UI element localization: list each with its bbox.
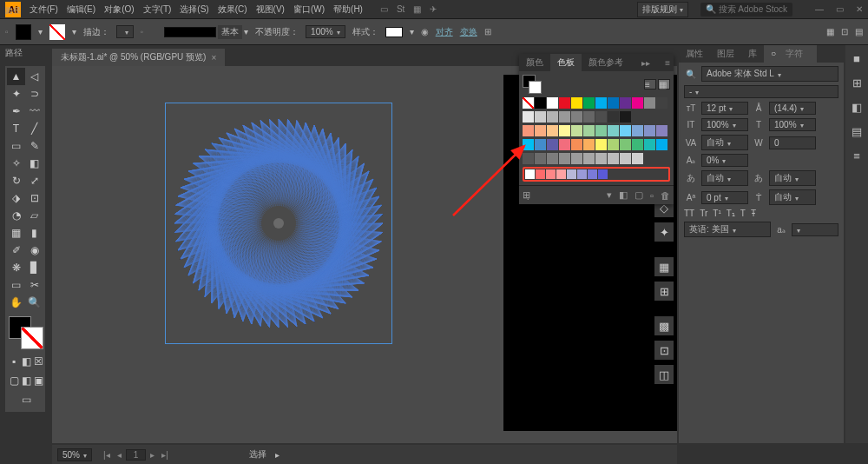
selection-tool[interactable]: ▲: [7, 68, 25, 85]
vsp-icon[interactable]: ◦: [141, 27, 144, 36]
menu-type[interactable]: 文字(T): [143, 3, 172, 16]
fill-stroke-indicator[interactable]: [9, 316, 43, 349]
swatch[interactable]: [583, 97, 595, 109]
tracking-field[interactable]: 0: [769, 136, 816, 149]
style-dropdown[interactable]: ▾: [410, 27, 414, 36]
recolor-icon[interactable]: ◉: [421, 27, 429, 36]
swatch[interactable]: [595, 97, 607, 109]
none-mode-icon[interactable]: ☒: [33, 353, 43, 370]
auto1-field[interactable]: 自动: [701, 170, 748, 186]
tab-color[interactable]: 颜色: [519, 54, 550, 71]
gradient-mode-icon[interactable]: ◧: [21, 353, 31, 370]
stroke-indicator[interactable]: [21, 327, 43, 349]
isolate-icon[interactable]: ⊞: [484, 27, 491, 36]
swatch[interactable]: [608, 153, 619, 164]
workspace-switcher[interactable]: 排版规则: [637, 2, 688, 17]
kerning-field[interactable]: 自动: [701, 135, 748, 150]
baseline-field[interactable]: 0%: [701, 154, 748, 167]
swatch[interactable]: [632, 125, 643, 136]
swatch[interactable]: [620, 139, 631, 150]
leading-field[interactable]: (14.4): [769, 102, 816, 115]
opt-underline[interactable]: T: [740, 209, 746, 218]
last-page-icon[interactable]: ▸|: [159, 450, 171, 460]
swatch[interactable]: [559, 97, 570, 109]
swatch[interactable]: [525, 169, 535, 179]
swatch[interactable]: [583, 111, 595, 123]
auto2-field[interactable]: 自动: [769, 170, 816, 186]
fill-swatch[interactable]: [16, 24, 31, 40]
menu-select[interactable]: 选择(S): [180, 3, 208, 16]
shape-builder-tool[interactable]: ◔: [7, 207, 25, 224]
antialias-field[interactable]: [792, 223, 838, 236]
minimize-button[interactable]: —: [815, 4, 824, 14]
zoom-field[interactable]: 50%: [57, 448, 92, 461]
perspective-tool[interactable]: ▱: [25, 207, 43, 224]
opt-smallcaps[interactable]: Tr: [700, 209, 707, 218]
font-size-field[interactable]: 12 pt: [701, 102, 748, 115]
panel-icon-9[interactable]: ▩: [654, 316, 674, 335]
artboard-pager[interactable]: |◂ ◂ 1 ▸ ▸|: [101, 449, 171, 461]
fill-dropdown[interactable]: ▾: [38, 27, 43, 36]
swatch[interactable]: [535, 111, 546, 123]
menu-view[interactable]: 视图(V): [256, 3, 285, 16]
swatch-libraries-icon[interactable]: ⊞̣: [523, 189, 530, 201]
swatch[interactable]: [644, 97, 655, 109]
vscale-field[interactable]: 100%: [701, 118, 748, 131]
symbol-sprayer-tool[interactable]: ❋: [7, 259, 25, 276]
stroke-weight[interactable]: [116, 25, 134, 38]
width-tool[interactable]: ⬗: [7, 189, 25, 207]
page-field[interactable]: 1: [126, 449, 147, 461]
swatch[interactable]: [632, 153, 643, 164]
blend-tool[interactable]: ◉: [25, 242, 43, 259]
panel-icon-7[interactable]: ▦: [654, 257, 674, 276]
rectangle-tool[interactable]: ▭: [7, 137, 25, 155]
tab-color-guide[interactable]: 颜色参考: [582, 54, 630, 71]
tab-close-icon[interactable]: ×: [211, 53, 216, 63]
swatch[interactable]: [535, 97, 546, 109]
swatch[interactable]: [608, 97, 619, 109]
list-view-icon[interactable]: ≡: [644, 79, 656, 89]
stock-icon[interactable]: St: [397, 4, 404, 14]
swatch[interactable]: [559, 139, 570, 150]
menu-file[interactable]: 文件(F): [30, 3, 58, 16]
brush-dropdown[interactable]: ▾: [244, 27, 248, 36]
tab-layers[interactable]: 图层: [710, 45, 741, 63]
panel-icon-8[interactable]: ⊞: [654, 282, 674, 301]
color-mode-icon[interactable]: ▪: [9, 353, 19, 370]
menu-help[interactable]: 帮助(H): [333, 3, 363, 16]
menu-object[interactable]: 对象(O): [104, 3, 134, 16]
swatch[interactable]: [571, 125, 582, 136]
swatch[interactable]: [556, 169, 566, 179]
swatch[interactable]: [656, 139, 667, 150]
new-group-icon[interactable]: ▢: [635, 189, 643, 201]
swatch[interactable]: [620, 125, 631, 136]
swatch[interactable]: [559, 111, 570, 123]
tab-character[interactable]: ○ 字符: [764, 45, 817, 63]
screen-mode-icon[interactable]: ▭: [17, 391, 36, 408]
tab-properties[interactable]: 属性: [679, 45, 710, 63]
stock-search[interactable]: 🔍 搜索 Adobe Stock: [700, 3, 792, 17]
type-tool[interactable]: T: [7, 120, 25, 137]
lasso-tool[interactable]: ⊃: [25, 85, 43, 103]
document-tab[interactable]: 未标题-1.ai* @ 50% (RGB/GPU 预览) ×: [52, 49, 225, 66]
swatch[interactable]: [523, 139, 534, 150]
swatch[interactable]: [620, 111, 631, 123]
swatch[interactable]: [535, 125, 546, 136]
draw-normal-icon[interactable]: ▢: [9, 372, 19, 389]
gradient-tool[interactable]: ▮: [25, 224, 43, 242]
swatch[interactable]: [546, 169, 556, 179]
panel-fill-stroke[interactable]: [523, 75, 542, 94]
opt-subscript[interactable]: T₁: [727, 209, 735, 218]
snap-icon[interactable]: ▦: [826, 27, 834, 36]
panel-icon-11[interactable]: ◫: [654, 365, 674, 384]
close-button[interactable]: ✕: [856, 4, 863, 14]
line-tool[interactable]: ╱: [25, 120, 43, 137]
swatch[interactable]: [588, 169, 597, 179]
hand-tool[interactable]: ✋: [7, 294, 25, 311]
artboard-tool[interactable]: ▭: [7, 276, 25, 294]
swatch[interactable]: [547, 125, 558, 136]
swatch[interactable]: [523, 125, 534, 136]
draw-inside-icon[interactable]: ▣: [33, 372, 43, 389]
swatch[interactable]: [559, 153, 570, 164]
swatch[interactable]: [608, 125, 619, 136]
